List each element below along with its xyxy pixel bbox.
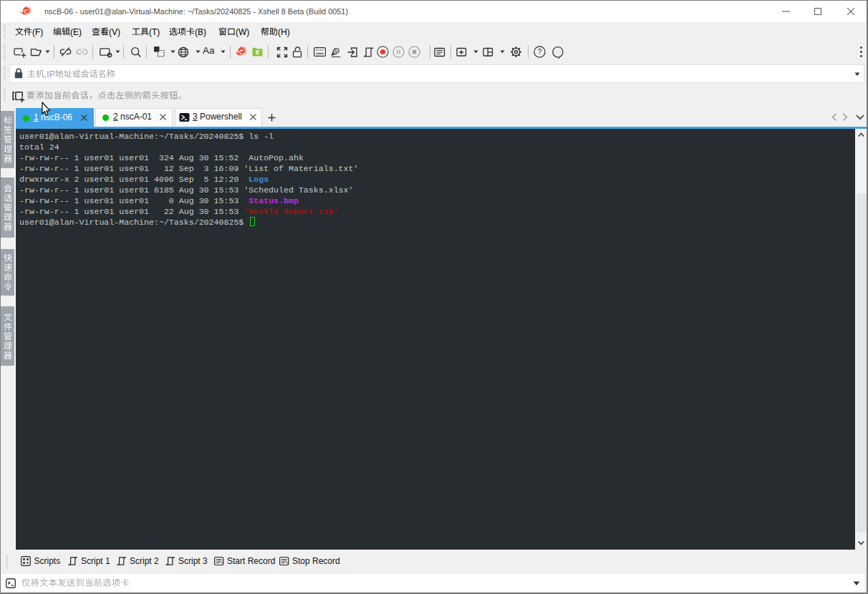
svg-text:(W): (W) bbox=[236, 27, 249, 37]
svg-text:,IP: ,IP bbox=[44, 69, 55, 79]
svg-text:?: ? bbox=[538, 48, 542, 56]
svg-text:(T): (T) bbox=[149, 27, 160, 37]
svg-text:(B): (B) bbox=[195, 27, 206, 37]
svg-text:(V): (V) bbox=[109, 27, 120, 37]
svg-text:(H): (H) bbox=[278, 27, 290, 37]
svg-text:(F): (F) bbox=[32, 27, 43, 37]
svg-text:(E): (E) bbox=[70, 27, 82, 37]
svg-text:e: e bbox=[256, 48, 260, 56]
